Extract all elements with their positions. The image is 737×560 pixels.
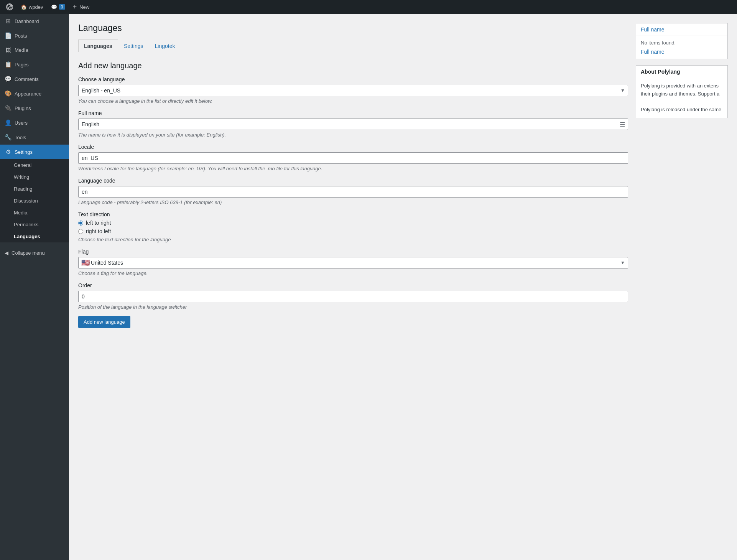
wordpress-icon [6,3,13,10]
settings-submenu: General Writing Reading Discussion Media… [0,159,69,242]
full-name-widget-body: No items found. Full name [636,36,727,59]
sidebar-item-label: Users [15,120,28,126]
choose-language-select[interactable]: English - en_US [78,85,628,96]
admin-bar: 🏠 wpdev 💬 0 + New [0,0,737,14]
language-code-label: Language code [78,178,628,184]
about-text-2: Polylang is released under the same [641,106,723,114]
posts-icon: 📄 [5,32,12,39]
comments-nav-icon: 💬 [5,76,12,82]
order-hint: Position of the language in the language… [78,304,628,310]
home-icon: 🏠 [21,4,27,10]
tools-icon: 🔧 [5,134,12,141]
about-polylang-title: About Polylang [636,66,727,78]
site-name: wpdev [29,4,43,10]
sidebar-item-settings[interactable]: ⚙ Settings [0,145,69,159]
sidebar-item-label: Comments [15,76,39,82]
sidebar-item-label: Pages [15,62,29,68]
content-area: Languages Languages Settings Lingotek Ad… [78,23,628,551]
main-content: Languages Languages Settings Lingotek Ad… [69,14,737,560]
sidebar-item-appearance[interactable]: 🎨 Appearance [0,86,69,101]
choose-language-label: Choose a language [78,76,628,82]
sidebar-item-label: Media [15,47,28,53]
plugins-icon: 🔌 [5,105,12,112]
add-language-form: Add new language Choose a language Engli… [78,61,628,328]
sidebar-item-label: Plugins [15,105,31,111]
sidebar-item-dashboard[interactable]: ⊞ Dashboard [0,14,69,28]
wp-logo-button[interactable] [3,0,16,14]
appearance-icon: 🎨 [5,90,12,97]
pages-icon: 📋 [5,61,12,68]
ltr-radio-item[interactable]: left to right [78,220,628,226]
order-input[interactable] [78,291,628,302]
comments-count: 0 [59,4,65,10]
submenu-item-reading[interactable]: Reading [0,183,69,195]
about-polylang-widget: About Polylang Polylang is provided with… [636,65,728,118]
new-label: New [79,4,89,10]
full-name-widget: Full name No items found. Full name [636,23,728,59]
language-code-field: Language code Language code - preferably… [78,178,628,205]
users-icon: 👤 [5,119,12,126]
sidebar: ⊞ Dashboard 📄 Posts 🖼 Media 📋 Pages 💬 Co… [0,14,69,560]
full-name-field: Full name ☰ The name is how it is displa… [78,110,628,138]
collapse-label: Collapse menu [12,250,45,256]
full-name-input-wrapper: ☰ [78,119,628,130]
collapse-menu-button[interactable]: ◀ Collapse menu [0,245,69,260]
sidebar-item-pages[interactable]: 📋 Pages [0,57,69,72]
flag-select-wrapper: 🇺🇸 United States ▼ [78,257,628,268]
collapse-icon: ◀ [5,250,8,256]
submenu-item-general[interactable]: General [0,159,69,171]
dashboard-icon: ⊞ [5,18,12,25]
sidebar-item-label: Settings [15,149,33,155]
rtl-radio-item[interactable]: right to left [78,228,628,234]
sidebar-item-comments[interactable]: 💬 Comments [0,72,69,86]
choose-language-field: Choose a language English - en_US ▼ You … [78,76,628,104]
full-name-input[interactable] [78,119,628,130]
sidebar-item-label: Appearance [15,91,41,97]
order-label: Order [78,282,628,288]
text-direction-radio-group: left to right right to left [78,220,628,234]
submenu-item-permalinks[interactable]: Permalinks [0,219,69,231]
sidebar-item-label: Dashboard [15,18,39,24]
tab-languages[interactable]: Languages [78,40,118,52]
new-content-button[interactable]: + New [70,0,93,14]
locale-hint: WordPress Locale for the language (for e… [78,166,628,171]
tab-lingotek[interactable]: Lingotek [149,40,181,52]
rtl-label: right to left [86,228,111,234]
full-name-widget-subtitle[interactable]: Full name [641,49,723,55]
settings-icon: ⚙ [5,148,12,155]
sidebar-item-users[interactable]: 👤 Users [0,115,69,130]
site-name-button[interactable]: 🏠 wpdev [18,0,46,14]
sidebar-item-label: Tools [15,135,26,140]
sidebar-item-tools[interactable]: 🔧 Tools [0,130,69,145]
locale-label: Locale [78,144,628,150]
tab-nav: Languages Settings Lingotek [78,40,628,52]
sidebar-item-posts[interactable]: 📄 Posts [0,28,69,43]
comments-button[interactable]: 💬 0 [48,0,68,14]
language-code-input[interactable] [78,186,628,198]
sidebar-item-label: Posts [15,33,27,39]
rtl-radio[interactable] [78,229,83,234]
ltr-radio[interactable] [78,221,83,226]
submenu-item-writing[interactable]: Writing [0,171,69,183]
sidebar-item-plugins[interactable]: 🔌 Plugins [0,101,69,115]
locale-field: Locale WordPress Locale for the language… [78,144,628,171]
submenu-item-media[interactable]: Media [0,207,69,219]
add-new-language-button[interactable]: Add new language [78,316,130,328]
no-items-text: No items found. [641,40,676,46]
full-name-icon[interactable]: ☰ [620,121,625,128]
submenu-item-languages[interactable]: Languages [0,231,69,242]
full-name-widget-title[interactable]: Full name [636,23,727,36]
submit-field: Add new language [78,316,628,328]
add-language-title: Add new language [78,61,628,70]
text-direction-label: Text direction [78,211,628,217]
submenu-item-discussion[interactable]: Discussion [0,195,69,207]
tab-settings[interactable]: Settings [118,40,149,52]
locale-input[interactable] [78,152,628,164]
sidebar-widgets: Full name No items found. Full name Abou… [636,23,728,551]
sidebar-item-media[interactable]: 🖼 Media [0,43,69,57]
flag-select[interactable]: United States [78,257,628,268]
flag-label: Flag [78,249,628,255]
text-direction-field: Text direction left to right right to le… [78,211,628,242]
language-code-hint: Language code - preferably 2-letters ISO… [78,199,628,205]
media-icon: 🖼 [5,47,12,53]
